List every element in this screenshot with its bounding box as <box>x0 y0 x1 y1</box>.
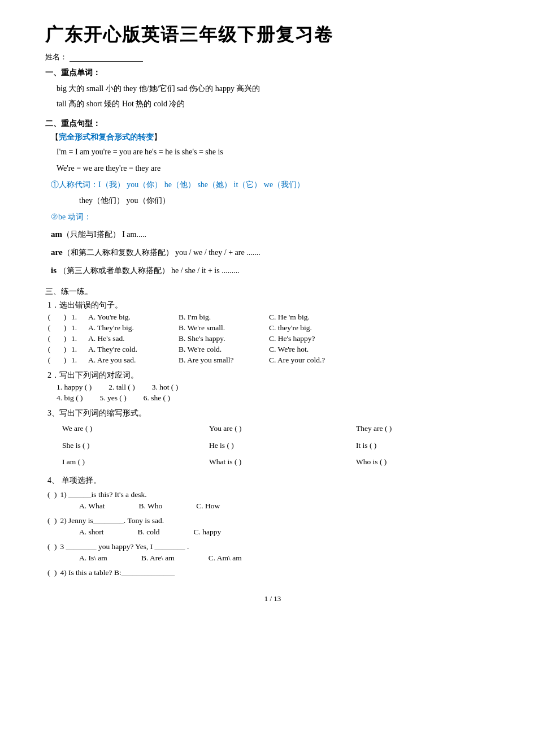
formula-line1: I'm = I am you're = you are he's = he is… <box>57 145 500 160</box>
am-line: am（只能与I搭配） I am..... <box>51 226 500 243</box>
ex4-question: ( )4) Is this a table? B:______________ <box>45 568 500 577</box>
is-line: is （第三人称或者单数人称搭配） he / she / it + is ...… <box>51 262 500 279</box>
ex4-questions: ( )1) ______is this? It's a desk.A. What… <box>45 490 500 577</box>
bracket-label: 【完全形式和复合形式的转变】 <box>51 132 500 142</box>
ex1-row: ( )1.A. They're cold.B. We're cold.C. We… <box>45 345 500 354</box>
ex2-items: 1. happy ( )2. tall ( )3. hot ( )4. big … <box>45 383 500 403</box>
ex1-row: ( )1.A. He's sad.B. She's happy.C. He's … <box>45 334 500 343</box>
ex2-row2: 4. big ( )5. yes ( )6. she ( ) <box>57 394 500 403</box>
ex1-title: 1．选出错误的句子。 <box>47 300 500 310</box>
ex2-row1: 1. happy ( )2. tall ( )3. hot ( ) <box>57 383 500 392</box>
vocab-line2: tall 高的 short 矮的 Hot 热的 cold 冷的 <box>57 97 500 111</box>
ex3-row: She is ( )He is ( )It is ( ) <box>62 438 500 453</box>
ex1-row: ( )1.A. They're big.B. We're small.C. th… <box>45 323 500 332</box>
pronoun-title: ①人称代词：I（我） you（你） he（他） she（她） it（它） we（… <box>51 178 500 193</box>
ex2-title: 2．写出下列词的对应词。 <box>47 370 500 381</box>
ex1-row: ( )1.A. You're big.B. I'm big.C. He 'm b… <box>45 313 500 322</box>
section2-title: 二、重点句型： <box>45 119 500 129</box>
be-title: ②be 动词： <box>51 210 500 225</box>
pronoun-line2: they（他们） you（你们） <box>79 193 500 209</box>
formula-line2: We're = we are they're = they are <box>57 161 500 176</box>
ex4-question: ( )3 ________ you happy? Yes, I ________… <box>45 542 500 563</box>
ex1-rows: ( )1.A. You're big.B. I'm big.C. He 'm b… <box>45 313 500 365</box>
ex3-title: 3、写出下列词的缩写形式。 <box>47 408 500 418</box>
ex3-table: We are ( )You are ( )They are ( )She is … <box>62 421 500 470</box>
name-line: 姓名： <box>45 52 500 62</box>
section1-title: 一、重点单词： <box>45 68 500 78</box>
vocab-line1: big 大的 small 小的 they 他/她/它们 sad 伤心的 happ… <box>57 81 500 96</box>
page-number: 1 / 13 <box>45 594 500 603</box>
page-title: 广东开心版英语三年级下册复习卷 <box>45 23 500 47</box>
name-label: 姓名： <box>45 52 67 62</box>
name-underline <box>70 53 143 62</box>
ex4-question: ( )1) ______is this? It's a desk.A. What… <box>45 490 500 511</box>
ex1-row: ( )1.A. Are you sad.B. Are you small?C. … <box>45 356 500 365</box>
ex4-question: ( )2) Jenny is________. Tony is sad.A. s… <box>45 516 500 537</box>
section3-title: 三、练一练。 <box>45 287 500 297</box>
ex4-title: 4、 单项选择。 <box>47 476 500 486</box>
ex3-row: I am ( )What is ( )Who is ( ) <box>62 454 500 470</box>
are-line: are（和第二人称和复数人称搭配） you / we / they / + ar… <box>51 244 500 261</box>
ex3-row: We are ( )You are ( )They are ( ) <box>62 421 500 437</box>
